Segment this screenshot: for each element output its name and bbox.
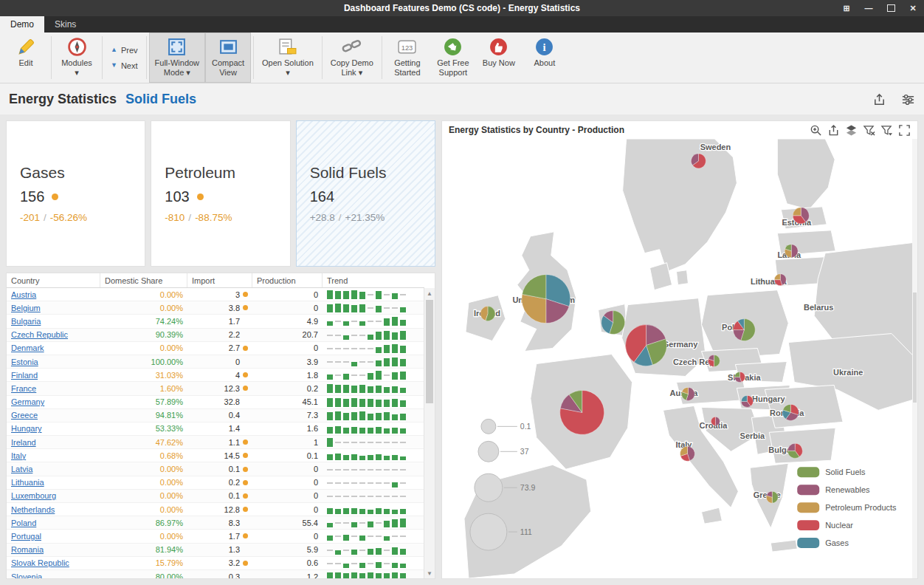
map-pie-italy[interactable]: [680, 446, 695, 461]
get-free-support-button[interactable]: Get FreeSupport: [430, 32, 476, 83]
table-row[interactable]: Denmark0.00%2.70: [7, 342, 435, 355]
getting-started-button[interactable]: 123GettingStarted: [385, 32, 430, 83]
column-header-domestic-share[interactable]: Domestic Share: [100, 273, 187, 287]
map-pie-poland[interactable]: [733, 319, 755, 341]
table-row[interactable]: Austria0.00%30: [7, 288, 435, 301]
country-link[interactable]: France: [11, 384, 36, 393]
scroll-up-icon[interactable]: ▲: [424, 288, 435, 298]
layers-icon[interactable]: [845, 124, 858, 137]
table-row[interactable]: Slovenia80.00%0.31.2: [7, 570, 435, 579]
kpi-card-gases[interactable]: Gases156-201/-56.26%: [6, 120, 145, 267]
country-link[interactable]: Hungary: [11, 424, 42, 433]
copy-demo-link-button[interactable]: Copy DemoLink ▾: [325, 32, 379, 83]
map-pie-ireland[interactable]: [480, 307, 495, 321]
table-row[interactable]: Estonia100.00%03.9: [7, 355, 435, 369]
scroll-track[interactable]: [424, 298, 435, 568]
scroll-down-icon[interactable]: ▼: [424, 568, 435, 578]
map-pie-bulgaria[interactable]: [787, 443, 802, 458]
close-button[interactable]: ✕: [902, 0, 924, 16]
map-pie-slovakia[interactable]: [734, 372, 745, 382]
country-link[interactable]: Netherlands: [11, 505, 55, 514]
kpi-card-petroleum[interactable]: Petroleum103-810/-88.75%: [151, 120, 290, 267]
zoom-in-icon[interactable]: [810, 124, 822, 137]
map-pie-sweden[interactable]: [691, 154, 706, 168]
edit-button[interactable]: Edit: [3, 32, 49, 83]
country-link[interactable]: Denmark: [11, 343, 44, 352]
table-scrollbar[interactable]: ▲ ▼: [424, 288, 435, 578]
map-pie-hungary[interactable]: [741, 395, 753, 407]
maximize-icon[interactable]: [898, 124, 911, 137]
column-header-trend[interactable]: Trend: [323, 273, 424, 287]
table-row[interactable]: Czech Republic90.39%2.220.7: [7, 329, 435, 342]
export-icon[interactable]: [827, 124, 840, 137]
map-pie-france[interactable]: [560, 390, 604, 434]
clear-filter-icon[interactable]: [863, 124, 875, 137]
table-row[interactable]: Germany57.89%32.845.1: [7, 396, 435, 409]
map-pie-croatia[interactable]: [711, 417, 720, 425]
map-scrollbar[interactable]: [912, 139, 917, 578]
export-icon[interactable]: [872, 92, 886, 106]
country-link[interactable]: Italy: [11, 451, 26, 460]
column-header-production[interactable]: Production: [252, 273, 323, 287]
table-row[interactable]: Latvia0.00%0.10: [7, 462, 435, 476]
map-pie-czech-republic[interactable]: [708, 355, 720, 367]
table-row[interactable]: Belgium0.00%3.80: [7, 301, 435, 315]
table-row[interactable]: Lithuania0.00%0.20: [7, 476, 435, 490]
country-link[interactable]: Romania: [11, 545, 44, 554]
maximize-button[interactable]: [880, 0, 902, 16]
layout-icon[interactable]: ⊞: [835, 0, 858, 16]
filter-icon[interactable]: [880, 124, 893, 137]
open-solution-button[interactable]: Open Solution▾: [256, 32, 320, 83]
country-link[interactable]: Czech Republic: [11, 330, 68, 339]
column-header-country[interactable]: Country: [7, 273, 100, 287]
country-link[interactable]: Austria: [11, 290, 36, 299]
country-shape[interactable]: [777, 139, 835, 210]
country-link[interactable]: Lithuania: [11, 478, 44, 487]
country-link[interactable]: Bulgaria: [11, 317, 41, 326]
country-link[interactable]: Belgium: [11, 304, 41, 312]
table-row[interactable]: Poland86.97%8.355.4: [7, 516, 435, 530]
country-link[interactable]: Estonia: [11, 358, 38, 366]
country-link[interactable]: Poland: [11, 519, 36, 527]
country-link[interactable]: Ireland: [11, 438, 36, 447]
scroll-thumb[interactable]: [426, 300, 433, 403]
table-row[interactable]: Slovak Republic15.79%3.20.6: [7, 557, 435, 570]
country-link[interactable]: Greece: [11, 411, 38, 420]
prev-button[interactable]: ▲Prev: [111, 46, 138, 55]
map-pie-germany[interactable]: [626, 325, 667, 366]
table-row[interactable]: Luxembourg0.00%0.10: [7, 490, 435, 503]
map-pie-lithuania[interactable]: [774, 274, 786, 286]
table-row[interactable]: Finland31.03%41.8: [7, 369, 435, 382]
compact-view-button[interactable]: CompactView: [205, 32, 251, 83]
map-pie-latvia[interactable]: [785, 244, 798, 258]
buy-now-button[interactable]: Buy Now: [476, 32, 522, 83]
map-pie-netherlands[interactable]: [601, 311, 625, 335]
map-pie-united-kingdom[interactable]: [522, 275, 570, 324]
about-button[interactable]: iAbout: [522, 32, 568, 83]
column-header-import[interactable]: Import: [187, 273, 252, 287]
country-shape[interactable]: [701, 507, 722, 524]
map-pie-austria[interactable]: [681, 387, 694, 400]
modules-button[interactable]: Modules▾: [54, 32, 100, 83]
parameters-icon[interactable]: [901, 92, 915, 106]
map-pie-greece[interactable]: [766, 491, 778, 503]
country-link[interactable]: Germany: [11, 397, 44, 406]
table-row[interactable]: Netherlands0.00%12.80: [7, 503, 435, 516]
table-row[interactable]: Romania81.94%1.35.9: [7, 544, 435, 557]
table-row[interactable]: France1.60%12.30.2: [7, 382, 435, 395]
country-link[interactable]: Latvia: [11, 465, 32, 473]
table-row[interactable]: Portugal0.00%1.70: [7, 530, 435, 543]
table-row[interactable]: Greece94.81%0.47.3: [7, 409, 435, 422]
country-link[interactable]: Slovenia: [11, 572, 42, 579]
table-row[interactable]: Hungary53.33%1.41.6: [7, 422, 435, 436]
country-link[interactable]: Slovak Republic: [11, 558, 69, 567]
table-row[interactable]: Italy0.68%14.50.1: [7, 449, 435, 462]
country-shape[interactable]: [677, 270, 689, 285]
kpi-card-solid-fuels[interactable]: Solid Fuels164+28.8/+21.35%: [296, 120, 435, 267]
table-row[interactable]: Ireland47.62%1.11: [7, 436, 435, 449]
full-window-mode-button[interactable]: Full-WindowMode ▾: [149, 32, 206, 83]
tab-skins[interactable]: Skins: [44, 16, 86, 32]
country-shape[interactable]: [623, 139, 737, 272]
europe-map[interactable]: 0.13773.9111SwedenEstoniaLatviaLithuania…: [442, 139, 917, 578]
country-shape[interactable]: [770, 540, 797, 552]
